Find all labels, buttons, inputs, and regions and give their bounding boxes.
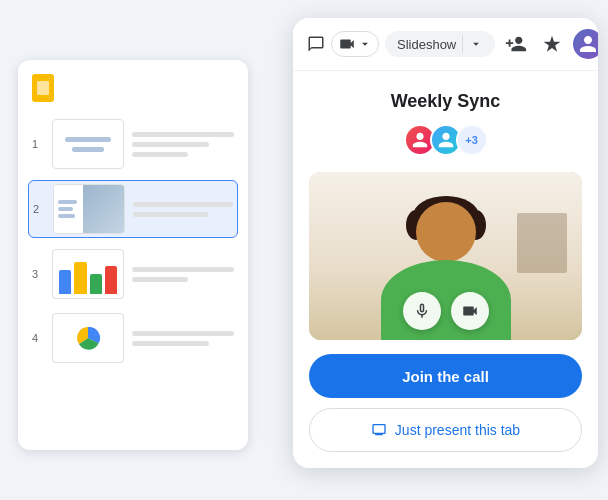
slides-logo-icon <box>32 74 54 102</box>
video-toggle-button[interactable] <box>451 292 489 330</box>
sparkle-icon <box>542 34 562 54</box>
slide-item[interactable]: 4 <box>28 310 238 366</box>
meeting-content: Weekly Sync +3 <box>293 71 598 468</box>
slide-text-area <box>54 185 83 233</box>
video-camera-icon <box>461 302 479 320</box>
slides-panel: 1 2 3 <box>18 60 248 450</box>
slide-image-area <box>83 185 124 233</box>
slide-number: 1 <box>32 138 44 150</box>
chat-button[interactable] <box>307 28 325 60</box>
slide-thumbnail <box>52 313 124 363</box>
present-tab-label: Just present this tab <box>395 422 520 438</box>
meeting-title: Weekly Sync <box>309 91 582 112</box>
slide-content-lines <box>132 267 234 282</box>
sparkle-button[interactable] <box>537 29 567 59</box>
line-decoration <box>72 147 104 152</box>
present-tab-button[interactable]: Just present this tab <box>309 408 582 452</box>
slideshow-label: Slideshow <box>397 37 456 52</box>
slide-content-lines <box>133 202 233 217</box>
add-person-icon <box>505 33 527 55</box>
camera-icon <box>338 35 356 53</box>
participant-count-badge: +3 <box>456 124 488 156</box>
video-controls <box>403 292 489 330</box>
pie-chart-icon <box>74 324 102 352</box>
slide-thumbnail <box>52 119 124 169</box>
chat-icon <box>307 35 325 53</box>
slideshow-pill[interactable]: Slideshow <box>385 31 495 57</box>
background-shelf <box>517 213 567 273</box>
video-preview <box>309 172 582 340</box>
join-call-button[interactable]: Join the call <box>309 354 582 398</box>
mic-button[interactable] <box>403 292 441 330</box>
pill-divider <box>462 35 463 53</box>
slide-content-lines <box>132 331 234 346</box>
slide-item[interactable]: 1 <box>28 116 238 172</box>
present-tab-icon <box>371 422 387 438</box>
slide-item[interactable]: 3 <box>28 246 238 302</box>
add-person-button[interactable] <box>501 29 531 59</box>
slide-thumbnail <box>53 184 125 234</box>
slide-number: 4 <box>32 332 44 344</box>
slide-content-lines <box>132 132 234 157</box>
person-head <box>416 202 476 262</box>
slide-item-active[interactable]: 2 <box>28 180 238 238</box>
slide-number: 2 <box>33 203 45 215</box>
microphone-icon <box>413 302 431 320</box>
toolbar-right <box>501 29 598 59</box>
toolbar: Slideshow <box>293 18 598 71</box>
slides-header <box>28 74 238 102</box>
camera-group[interactable] <box>331 31 379 57</box>
chevron-down-icon <box>358 37 372 51</box>
participants-row: +3 <box>309 124 582 156</box>
slideshow-chevron-icon <box>469 37 483 51</box>
user-avatar[interactable] <box>573 29 598 59</box>
slide-number: 3 <box>32 268 44 280</box>
slide-thumbnail <box>52 249 124 299</box>
main-card: Slideshow W <box>293 18 598 468</box>
line-decoration <box>65 137 111 142</box>
